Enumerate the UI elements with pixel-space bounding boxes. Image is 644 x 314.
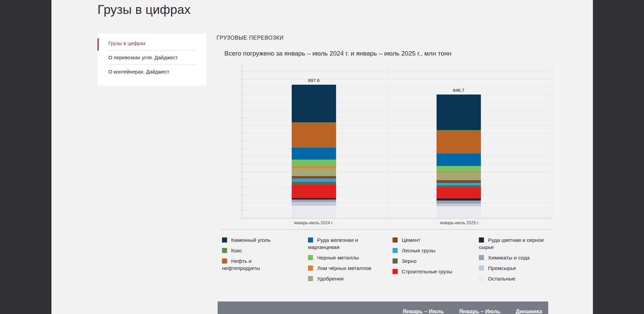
content-area: Грузы в цифрах Грузы в цифрах О перевозк… [51, 0, 593, 314]
stacked-bar-2: 646.7 [437, 95, 481, 218]
legend-label: Цемент [402, 237, 420, 243]
legend-item[interactable]: Руда железная и марганцевая [308, 236, 381, 251]
legend-item[interactable]: Промсырье [479, 265, 553, 272]
legend-label: Зерно [402, 258, 417, 264]
category-divider-line [387, 64, 387, 218]
bar-segment[interactable] [437, 206, 481, 218]
legend-label: Нефть и нефтепродукты [222, 258, 260, 271]
bar-segment[interactable] [292, 85, 336, 122]
bar-segment[interactable] [292, 123, 336, 148]
legend-label: Руда цветная и серное сырье [479, 237, 544, 250]
legend-swatch [393, 258, 398, 264]
legend-swatch [222, 237, 227, 243]
sidebar-item-coal-digest[interactable]: О перевозках угля. Дайджест [108, 50, 196, 65]
bar-segment[interactable] [292, 185, 336, 198]
legend-item[interactable]: Руда цветная и серное сырье [479, 236, 553, 251]
legend-item[interactable]: Остальные [479, 275, 553, 282]
legend-swatch [308, 255, 313, 260]
legend-swatch [479, 255, 484, 260]
legend-swatch [479, 276, 484, 281]
bar-total-label: 697.6 [278, 78, 350, 83]
legend-item[interactable]: Удобрения [308, 275, 381, 282]
bar-segment[interactable] [292, 182, 336, 185]
legend-item[interactable]: Лом чёрных металлов [308, 265, 381, 272]
bar-segment[interactable] [437, 183, 481, 185]
bar-segment[interactable] [292, 206, 336, 218]
legend-label: Строительные грузы [402, 269, 452, 274]
chart-title: Всего погружено за январь – июль 2024 г.… [224, 50, 451, 57]
table-header: Январь – Июль Январь – Июль Динамика [218, 301, 548, 314]
legend-label: Удобрения [317, 276, 343, 281]
bar-segment[interactable] [437, 204, 481, 206]
legend-label: Промсырье [488, 265, 516, 271]
table-col-dynamics: Динамика [516, 309, 542, 314]
x-axis-label: январь-июль 2025 г. [416, 221, 504, 225]
chart-plot: 697.6646.7 [242, 64, 552, 218]
legend-item[interactable]: Черные металлы [308, 254, 381, 261]
sidebar-item-containers-digest[interactable]: О контейнерах. Дайджест [108, 65, 196, 79]
bar-segment[interactable] [292, 200, 336, 202]
stacked-bar-1: 697.6 [292, 85, 336, 218]
legend-label: Лесные грузы [402, 248, 435, 253]
bar-total-label: 646.7 [423, 88, 494, 93]
bar-segment[interactable] [437, 188, 481, 199]
bar-segment[interactable] [437, 95, 481, 130]
active-item-indicator [97, 38, 99, 50]
legend-label: Руда железная и марганцевая [308, 237, 358, 250]
legend-swatch [308, 237, 313, 243]
legend-swatch [308, 276, 313, 281]
legend-item[interactable]: Кокс [222, 247, 283, 254]
sidebar: Грузы в цифрах О перевозках угля. Дайдже… [97, 34, 206, 86]
legend-item[interactable]: Каменный уголь [222, 236, 283, 244]
legend-swatch [308, 266, 313, 271]
bar-segment[interactable] [292, 202, 336, 206]
legend-swatch [222, 258, 227, 264]
legend-item[interactable]: Зерно [393, 257, 460, 265]
legend-item[interactable]: Лесные грузы [393, 247, 460, 254]
table-col-jan-jul-2024: Январь – Июль [403, 309, 444, 314]
bar-segment[interactable] [292, 168, 336, 176]
legend-label: Кокс [231, 248, 242, 253]
legend-swatch [393, 248, 398, 253]
legend-item[interactable]: Строительные грузы [393, 268, 460, 275]
legend-label: Лом чёрных металлов [317, 265, 371, 271]
bar-segment[interactable] [292, 160, 336, 167]
bar-segment[interactable] [437, 166, 481, 172]
bar-segment[interactable] [437, 131, 481, 153]
bar-segment[interactable] [437, 153, 481, 166]
sidebar-item-cargo-in-figures[interactable]: Грузы в цифрах [108, 36, 196, 50]
legend-column: Каменный угольКоксНефть и нефтепродукты [222, 236, 283, 275]
table-col-jan-jul-2025: Январь – Июль [459, 309, 501, 314]
bar-segment[interactable] [437, 201, 481, 203]
x-axis-label: январь-июль 2024 г. [270, 221, 358, 225]
bar-segment[interactable] [437, 185, 481, 188]
bar-segment[interactable] [437, 173, 481, 180]
legend-item[interactable]: Цемент [393, 236, 460, 244]
legend-swatch [393, 237, 398, 243]
legend-column: ЦементЛесные грузыЗерноСтроительные груз… [393, 236, 460, 278]
legend-label: Каменный уголь [231, 237, 271, 243]
legend-swatch [479, 237, 484, 243]
section-label: ГРУЗОВЫЕ ПЕРЕВОЗКИ [217, 35, 284, 41]
legend-label: Химикаты и сода [488, 255, 530, 260]
legend-swatch [222, 248, 227, 253]
legend-column: Руда железная и марганцеваяЧерные металл… [308, 236, 381, 286]
bar-segment[interactable] [292, 179, 336, 182]
page: Грузы в цифрах Грузы в цифрах О перевозк… [0, 0, 644, 314]
legend-swatch [479, 266, 484, 271]
legend-label: Остальные [488, 276, 515, 281]
bar-segment[interactable] [437, 180, 481, 183]
page-title: Грузы в цифрах [97, 3, 191, 17]
bar-segment[interactable] [292, 176, 336, 179]
separator-line [222, 229, 553, 230]
legend-item[interactable]: Нефть и нефтепродукты [222, 257, 283, 272]
bar-segment[interactable] [292, 148, 336, 160]
legend-label: Черные металлы [317, 255, 359, 260]
legend-column: Руда цветная и серное сырьеХимикаты и со… [479, 236, 553, 286]
legend-item[interactable]: Химикаты и сода [479, 254, 553, 261]
legend-swatch [393, 269, 398, 274]
